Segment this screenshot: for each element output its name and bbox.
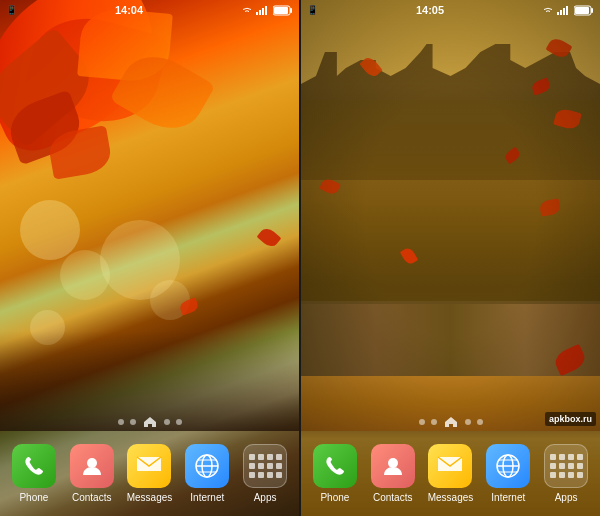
- contacts-label: Contacts: [72, 492, 111, 503]
- right-internet-label: Internet: [491, 492, 525, 503]
- right-phone-icon-container: [313, 444, 357, 488]
- right-status-right: [542, 5, 594, 16]
- left-nav-dots: [0, 416, 299, 428]
- right-dock-phone[interactable]: Phone: [306, 444, 364, 503]
- right-contacts-icon: [380, 453, 406, 479]
- apps-grid: [244, 449, 287, 483]
- right-status-left: 📱: [307, 5, 318, 15]
- right-wallpaper: [301, 0, 600, 431]
- battery-icon: [273, 5, 293, 16]
- dot-1: [118, 419, 124, 425]
- dot-2: [130, 419, 136, 425]
- left-status-right: [241, 5, 293, 16]
- right-home-icon-nav: [443, 416, 459, 428]
- svg-rect-6: [274, 7, 288, 14]
- svg-rect-0: [256, 12, 258, 15]
- right-messages-icon: [436, 453, 464, 479]
- right-dock-contacts[interactable]: Contacts: [364, 444, 422, 503]
- phone-label: Phone: [19, 492, 48, 503]
- right-dock: Phone Contacts Messages: [301, 431, 600, 516]
- signal-icon: [256, 5, 270, 15]
- apps-label: Apps: [254, 492, 277, 503]
- dot-5: [176, 419, 182, 425]
- left-status-time: 14:04: [115, 4, 143, 16]
- svg-rect-2: [262, 8, 264, 15]
- svg-point-20: [388, 458, 398, 468]
- svg-rect-15: [563, 8, 565, 15]
- left-dock-contacts[interactable]: Contacts: [63, 444, 121, 503]
- left-status-left: 📱: [6, 5, 17, 15]
- right-phone-icon: [322, 453, 348, 479]
- right-signal-icon: [557, 5, 571, 15]
- right-dock-internet[interactable]: Internet: [479, 444, 537, 503]
- left-dock-internet[interactable]: Internet: [178, 444, 236, 503]
- right-notification-icon: 📱: [307, 5, 318, 15]
- right-phone-screen: 📱 14:05 Phone: [301, 0, 600, 516]
- right-apps-grid: [545, 449, 588, 483]
- right-wifi-icon: [542, 5, 554, 15]
- internet-label: Internet: [190, 492, 224, 503]
- right-dock-messages[interactable]: Messages: [422, 444, 480, 503]
- right-internet-icon-container: [486, 444, 530, 488]
- right-dot-4: [465, 419, 471, 425]
- left-dock-messages[interactable]: Messages: [121, 444, 179, 503]
- phone-icon: [21, 453, 47, 479]
- right-status-time: 14:05: [416, 4, 444, 16]
- left-phone-screen: 📱 14:04 Phone: [0, 0, 299, 516]
- home-icon-nav: [142, 416, 158, 428]
- right-dot-1: [419, 419, 425, 425]
- phone-icon-container: [12, 444, 56, 488]
- left-status-bar: 📱 14:04: [0, 0, 299, 20]
- contacts-icon-container: [70, 444, 114, 488]
- right-contacts-icon-container: [371, 444, 415, 488]
- left-dock-apps[interactable]: Apps: [236, 444, 294, 503]
- apps-icon-container: [243, 444, 287, 488]
- svg-rect-16: [566, 6, 568, 15]
- left-dock-phone[interactable]: Phone: [5, 444, 63, 503]
- contacts-icon: [79, 453, 105, 479]
- right-apps-label: Apps: [555, 492, 578, 503]
- right-globe-icon: [494, 452, 522, 480]
- svg-rect-18: [591, 8, 593, 13]
- right-contacts-label: Contacts: [373, 492, 412, 503]
- watermark: apkbox.ru: [545, 412, 596, 426]
- right-messages-label: Messages: [428, 492, 474, 503]
- wifi-icon: [241, 5, 253, 15]
- right-apps-icon-container: [544, 444, 588, 488]
- svg-rect-5: [290, 8, 292, 13]
- svg-rect-14: [560, 10, 562, 15]
- messages-icon-container: [127, 444, 171, 488]
- svg-rect-19: [575, 7, 589, 14]
- svg-point-7: [87, 458, 97, 468]
- right-dot-5: [477, 419, 483, 425]
- messages-icon: [135, 453, 163, 479]
- left-wallpaper-leaves: [0, 0, 299, 431]
- svg-rect-3: [265, 6, 267, 15]
- right-status-bar: 📱 14:05: [301, 0, 600, 20]
- messages-label: Messages: [127, 492, 173, 503]
- right-dock-apps[interactable]: Apps: [537, 444, 595, 503]
- internet-icon-container: [185, 444, 229, 488]
- right-messages-icon-container: [428, 444, 472, 488]
- notification-icon: 📱: [6, 5, 17, 15]
- dot-4: [164, 419, 170, 425]
- right-dot-2: [431, 419, 437, 425]
- svg-rect-13: [557, 12, 559, 15]
- right-battery-icon: [574, 5, 594, 16]
- globe-icon: [193, 452, 221, 480]
- right-phone-label: Phone: [320, 492, 349, 503]
- svg-rect-1: [259, 10, 261, 15]
- left-dock: Phone Contacts Messages: [0, 431, 299, 516]
